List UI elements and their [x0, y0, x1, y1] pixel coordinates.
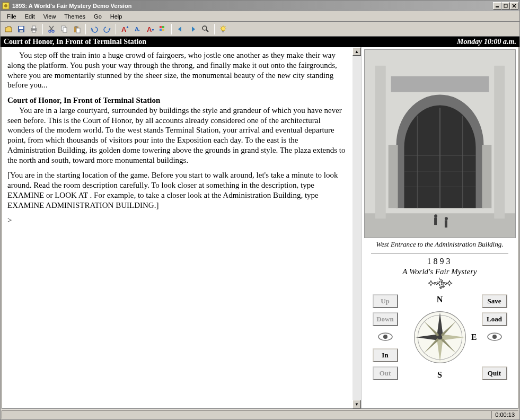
compass-n[interactable]: N [437, 295, 443, 304]
svg-rect-30 [162, 29, 164, 31]
back-icon[interactable] [174, 23, 186, 35]
copy-icon[interactable] [58, 23, 70, 35]
minimize-button[interactable] [493, 2, 501, 10]
cut-icon[interactable] [46, 23, 57, 35]
compass-e[interactable]: E [471, 332, 477, 342]
image-caption: West Entrance to the Administration Buil… [376, 240, 504, 249]
menu-view[interactable]: View [39, 12, 60, 21]
svg-point-1 [4, 4, 7, 7]
save-button[interactable]: Save [482, 294, 507, 308]
font-normal-icon[interactable]: A• [131, 23, 143, 35]
svg-point-54 [444, 217, 447, 220]
status-timer: 0:00:13 [491, 410, 518, 419]
svg-line-32 [206, 30, 208, 32]
svg-line-39 [225, 27, 226, 27]
down-button[interactable]: Down [373, 312, 398, 326]
statusbar: 0:00:13 [1, 409, 519, 419]
logo-subtitle: A World's Fair Mystery [402, 267, 477, 276]
paste-icon[interactable] [71, 23, 83, 35]
status-main [2, 410, 491, 419]
svg-point-58 [383, 335, 387, 339]
eye-right-icon[interactable] [487, 331, 503, 343]
scroll-track[interactable] [352, 56, 361, 400]
redo-icon[interactable] [101, 23, 113, 35]
undo-icon[interactable] [89, 23, 100, 35]
print-icon[interactable] [28, 23, 40, 35]
svg-rect-11 [32, 30, 36, 32]
svg-point-15 [52, 30, 54, 32]
scrollbar[interactable]: ▲ ▼ [352, 47, 361, 408]
logo-year: 1893 [402, 257, 477, 266]
svg-rect-42 [375, 66, 385, 218]
compass-rose-icon[interactable] [411, 308, 469, 366]
scroll-down-icon[interactable]: ▼ [352, 400, 361, 408]
load-button[interactable]: Load [482, 312, 507, 326]
svg-point-33 [221, 27, 225, 31]
menu-themes[interactable]: Themes [60, 12, 90, 21]
maximize-button[interactable] [501, 2, 510, 10]
game-logo: 1893 A World's Fair Mystery ⟡∾ঔৣ∾⟡ [402, 257, 477, 288]
bulb-icon[interactable] [217, 23, 229, 35]
toolbar: A▲ A• A▼ [1, 22, 519, 37]
story-pane[interactable]: You step off the train into a huge crowd… [2, 47, 352, 408]
story-heading: Court of Honor, In Front of Terminal Sta… [7, 95, 347, 106]
svg-text:▼: ▼ [151, 28, 154, 32]
svg-rect-52 [482, 145, 491, 208]
content-area: You step off the train into a huge crowd… [2, 47, 518, 409]
svg-rect-10 [32, 26, 36, 29]
svg-rect-28 [162, 26, 164, 28]
game-time: Monday 10:00 a.m. [457, 38, 516, 46]
svg-rect-44 [391, 76, 489, 92]
svg-rect-19 [75, 26, 77, 28]
story-intro: You step off the train into a huge crowd… [7, 50, 347, 90]
svg-rect-27 [160, 26, 162, 28]
location-bar: Court of Honor, In Front of Terminal Sta… [1, 37, 519, 47]
compass[interactable]: N S E [403, 295, 477, 380]
font-larger-icon[interactable]: A▲ [119, 23, 130, 35]
close-button[interactable] [510, 2, 518, 10]
save-icon[interactable] [15, 23, 27, 35]
svg-rect-34 [222, 31, 224, 32]
forward-icon[interactable] [187, 23, 199, 35]
divider [371, 253, 508, 253]
out-button[interactable]: Out [373, 366, 398, 380]
side-pane: West Entrance to the Administration Buil… [361, 47, 518, 408]
svg-rect-41 [365, 213, 515, 238]
svg-text:▲: ▲ [126, 25, 129, 29]
scroll-up-icon[interactable]: ▲ [352, 47, 361, 56]
svg-rect-29 [160, 29, 162, 31]
app-icon [2, 2, 10, 10]
titlebar: 1893: A World's Fair Mystery Demo Versio… [1, 1, 519, 11]
up-button[interactable]: Up [373, 294, 398, 308]
flourish-icon: ⟡∾ঔৣ∾⟡ [402, 277, 477, 288]
menu-edit[interactable]: Edit [21, 12, 39, 21]
color-icon[interactable] [157, 23, 169, 35]
menu-file[interactable]: File [3, 12, 21, 21]
svg-rect-55 [434, 217, 437, 225]
eye-left-icon[interactable] [377, 331, 393, 343]
svg-rect-56 [444, 220, 447, 228]
compass-s[interactable]: S [437, 370, 442, 380]
svg-rect-8 [20, 30, 23, 32]
menu-help[interactable]: Help [106, 12, 127, 21]
menubar: File Edit View Themes Go Help [1, 11, 519, 22]
window-title: 1893: A World's Fair Mystery Demo Versio… [12, 3, 493, 9]
svg-point-31 [202, 26, 207, 30]
svg-point-14 [49, 30, 51, 32]
svg-rect-7 [19, 27, 23, 29]
svg-rect-43 [494, 66, 505, 218]
nav-panel: Up Down In Out N S E [372, 293, 508, 382]
command-prompt[interactable]: > [7, 215, 347, 225]
search-icon[interactable] [200, 23, 211, 35]
svg-point-53 [434, 214, 437, 217]
in-button[interactable]: In [373, 348, 398, 362]
svg-rect-3 [504, 4, 507, 7]
story-hint: [You are in the starting location of the… [7, 170, 347, 210]
svg-rect-17 [63, 28, 67, 32]
font-smaller-icon[interactable]: A▼ [144, 23, 156, 35]
story-body: You are in a large courtyard, surrounded… [7, 106, 347, 165]
open-icon[interactable] [3, 23, 14, 35]
svg-line-38 [221, 27, 221, 27]
menu-go[interactable]: Go [90, 12, 106, 21]
quit-button[interactable]: Quit [482, 366, 507, 380]
